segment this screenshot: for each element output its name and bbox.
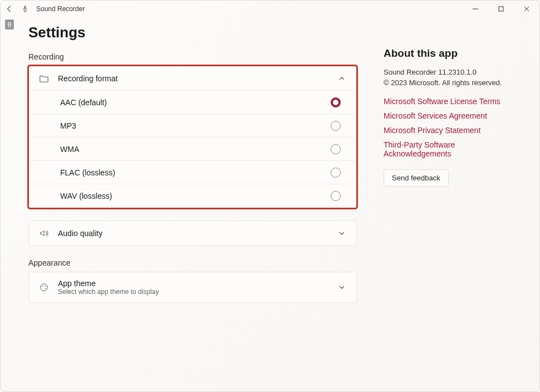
recording-format-label: Recording format (58, 74, 328, 83)
svg-rect-2 (499, 7, 503, 11)
radio-icon (331, 144, 341, 154)
speaker-icon (39, 228, 49, 238)
page-title: Settings (28, 24, 357, 41)
send-feedback-button[interactable]: Send feedback (384, 169, 449, 187)
link-privacy[interactable]: Microsoft Privacy Statement (384, 126, 523, 135)
format-option-mp3[interactable]: MP3 (29, 114, 356, 138)
chevron-down-icon (337, 283, 346, 292)
chevron-down-icon (337, 229, 346, 238)
section-label-appearance: Appearance (28, 258, 357, 267)
svg-point-5 (45, 285, 46, 286)
palette-icon (39, 282, 49, 292)
recording-format-header[interactable]: Recording format (29, 66, 356, 91)
svg-point-6 (45, 288, 46, 289)
link-thirdparty[interactable]: Third-Party Software Acknowledgements (384, 140, 523, 158)
audio-quality-label: Audio quality (58, 229, 328, 238)
radio-icon (331, 168, 341, 178)
side-tab[interactable]: B (5, 19, 14, 30)
svg-point-3 (41, 284, 48, 291)
about-copyright: © 2023 Microsoft. All rights reserved. (384, 79, 523, 87)
format-option-label: MP3 (60, 121, 331, 130)
section-label-recording: Recording (28, 52, 357, 61)
back-button[interactable] (5, 4, 14, 13)
chevron-up-icon (337, 74, 346, 83)
maximize-button[interactable] (488, 1, 514, 17)
recording-format-card: Recording format AAC (default) MP3 WMA F… (28, 66, 357, 208)
svg-point-4 (42, 286, 43, 287)
format-option-label: AAC (default) (60, 98, 331, 107)
format-option-label: WMA (60, 145, 331, 154)
format-option-wav[interactable]: WAV (lossless) (29, 184, 356, 208)
app-theme-title: App theme (58, 279, 328, 288)
format-option-label: FLAC (lossless) (60, 168, 331, 177)
app-theme-subtitle: Select which app theme to display (58, 288, 328, 296)
format-option-aac[interactable]: AAC (default) (29, 91, 356, 114)
format-option-flac[interactable]: FLAC (lossless) (29, 161, 356, 184)
radio-selected-icon (331, 97, 341, 107)
radio-icon (331, 191, 341, 201)
minimize-button[interactable] (463, 1, 488, 17)
link-license[interactable]: Microsoft Software License Terms (384, 97, 523, 106)
audio-quality-card[interactable]: Audio quality (28, 220, 357, 246)
titlebar: Sound Recorder (1, 1, 539, 17)
app-icon (21, 4, 30, 13)
app-theme-card[interactable]: App theme Select which app theme to disp… (28, 272, 357, 303)
about-panel: About this app Sound Recorder 11.2310.1.… (384, 24, 523, 315)
app-title: Sound Recorder (36, 5, 85, 13)
format-option-wma[interactable]: WMA (29, 138, 356, 161)
svg-rect-0 (24, 6, 26, 9)
close-button[interactable] (514, 1, 539, 17)
format-option-label: WAV (lossless) (60, 192, 331, 200)
about-version: Sound Recorder 11.2310.1.0 (384, 67, 523, 77)
folder-icon (39, 74, 49, 84)
link-services[interactable]: Microsoft Services Agreement (384, 111, 523, 120)
radio-icon (331, 121, 341, 131)
about-heading: About this app (384, 47, 523, 60)
